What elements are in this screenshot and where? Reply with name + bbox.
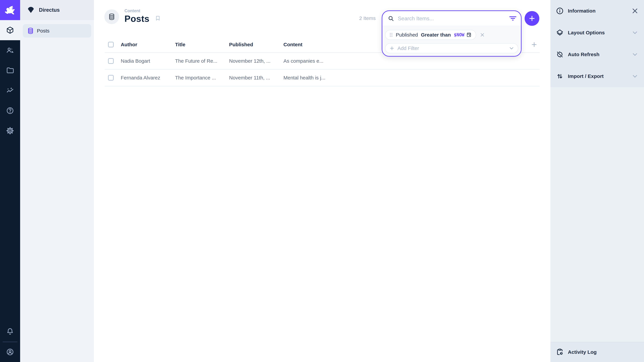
filter-chip[interactable]: Published Greater than $NOW xyxy=(385,30,476,40)
search-input[interactable] xyxy=(398,15,506,22)
database-icon xyxy=(108,13,116,21)
plus-icon xyxy=(531,41,538,48)
chevron-down-icon[interactable] xyxy=(631,29,639,36)
nav-sidebar: Directus Posts xyxy=(20,0,94,362)
filter-operator[interactable]: Greater than xyxy=(421,32,451,38)
filter-value-text: $NOW xyxy=(454,32,464,37)
items-count: 2 Items xyxy=(329,15,376,21)
info-icon xyxy=(556,7,564,15)
sidebar-section-information[interactable]: Information xyxy=(550,0,644,22)
search-filter-panel: Published Greater than $NOW xyxy=(382,10,522,57)
sidebar-section-import-export[interactable]: Import / Export xyxy=(550,65,644,87)
help-module-icon xyxy=(6,107,14,115)
sidebar-sections: Information Layout Options xyxy=(550,0,644,87)
select-all-checkbox[interactable] xyxy=(108,42,114,47)
users-module-icon xyxy=(6,46,14,54)
filter-section: Published Greater than $NOW xyxy=(382,26,521,56)
chevron-down-icon[interactable] xyxy=(631,72,639,80)
notifications-button[interactable] xyxy=(0,322,20,342)
user-avatar-icon xyxy=(6,348,14,356)
main-content: Content Posts 2 Items xyxy=(94,0,550,362)
swap-vert-icon xyxy=(556,72,564,80)
drag-handle-icon[interactable] xyxy=(390,32,393,37)
close-icon[interactable] xyxy=(631,7,639,14)
right-sidebar: Information Layout Options xyxy=(550,0,644,362)
add-filter-label: Add Filter xyxy=(398,45,419,51)
sidebar-section-auto-refresh[interactable]: Auto Refresh xyxy=(550,43,644,65)
calendar-icon xyxy=(466,32,472,38)
module-settings[interactable] xyxy=(0,121,20,141)
cell-title: The Future of Re... xyxy=(171,58,225,64)
page-title: Posts xyxy=(124,13,150,24)
breadcrumb[interactable]: Content xyxy=(124,8,140,13)
table-row[interactable]: Fernanda Alvarez The Importance ... Nove… xyxy=(105,70,540,86)
module-content[interactable] xyxy=(0,20,20,40)
project-name: Directus xyxy=(39,7,60,13)
directus-app: Directus Posts xyxy=(0,0,644,362)
sidebar-section-label: Auto Refresh xyxy=(568,52,600,57)
sidebar-section-label: Import / Export xyxy=(568,73,604,79)
sidebar-section-layout-options[interactable]: Layout Options xyxy=(550,22,644,43)
sidebar-activity-log[interactable]: Activity Log xyxy=(550,342,644,362)
plus-icon xyxy=(528,15,536,22)
search-icon xyxy=(388,15,394,22)
filter-list-icon[interactable] xyxy=(509,14,517,22)
directus-logo-button[interactable] xyxy=(0,0,20,20)
column-header-content[interactable]: Content xyxy=(280,42,334,47)
search-row xyxy=(382,11,521,26)
cell-author: Fernanda Alvarez xyxy=(117,75,171,81)
layers-icon xyxy=(556,29,564,37)
module-help[interactable] xyxy=(0,100,20,121)
insights-module-icon xyxy=(6,86,14,94)
directus-rabbit-logo-icon xyxy=(3,3,17,17)
add-item-button[interactable] xyxy=(524,11,539,26)
user-menu-button[interactable] xyxy=(0,342,20,362)
row-checkbox[interactable] xyxy=(108,58,114,64)
column-header-published[interactable]: Published xyxy=(225,42,280,47)
filter-value[interactable]: $NOW xyxy=(454,32,472,38)
remove-filter-icon[interactable] xyxy=(480,32,485,37)
notifications-bell-icon xyxy=(6,328,14,336)
row-checkbox[interactable] xyxy=(108,75,114,81)
sidebar-section-label: Information xyxy=(568,8,596,14)
project-logo-icon xyxy=(27,6,35,14)
activity-log-icon xyxy=(556,348,564,356)
plus-icon xyxy=(390,46,394,51)
column-header-author[interactable]: Author xyxy=(117,42,171,47)
files-module-icon xyxy=(6,66,14,74)
nav-item-posts[interactable]: Posts xyxy=(23,24,91,37)
module-files[interactable] xyxy=(0,60,20,80)
content-module-icon xyxy=(6,26,14,34)
cell-content: Mental health is j... xyxy=(280,75,334,81)
module-bar xyxy=(0,0,20,362)
cell-published: November 12th, ... xyxy=(225,58,280,64)
chevron-down-icon xyxy=(508,45,514,51)
collection-icon-button[interactable] xyxy=(104,9,119,24)
module-users[interactable] xyxy=(0,40,20,60)
add-filter-button[interactable]: Add Filter xyxy=(385,43,518,53)
cell-content: As companies e... xyxy=(280,58,334,64)
database-icon xyxy=(27,27,34,34)
column-header-title[interactable]: Title xyxy=(171,42,225,47)
cell-published: November 11th, ... xyxy=(225,75,280,81)
chevron-down-icon[interactable] xyxy=(631,51,639,58)
add-field-button[interactable] xyxy=(531,41,540,48)
bookmark-button[interactable] xyxy=(155,15,161,22)
cell-author: Nadia Bogart xyxy=(117,58,171,64)
filter-field[interactable]: Published xyxy=(396,32,418,38)
cell-title: The Importance ... xyxy=(171,75,225,81)
nav-item-label: Posts xyxy=(37,28,50,34)
sync-disabled-icon xyxy=(556,50,564,58)
sidebar-section-label: Layout Options xyxy=(568,30,605,35)
bookmark-icon xyxy=(155,15,161,22)
module-insights[interactable] xyxy=(0,80,20,100)
settings-module-icon xyxy=(6,127,14,135)
project-switcher[interactable]: Directus xyxy=(20,0,94,20)
activity-log-label: Activity Log xyxy=(568,349,597,355)
